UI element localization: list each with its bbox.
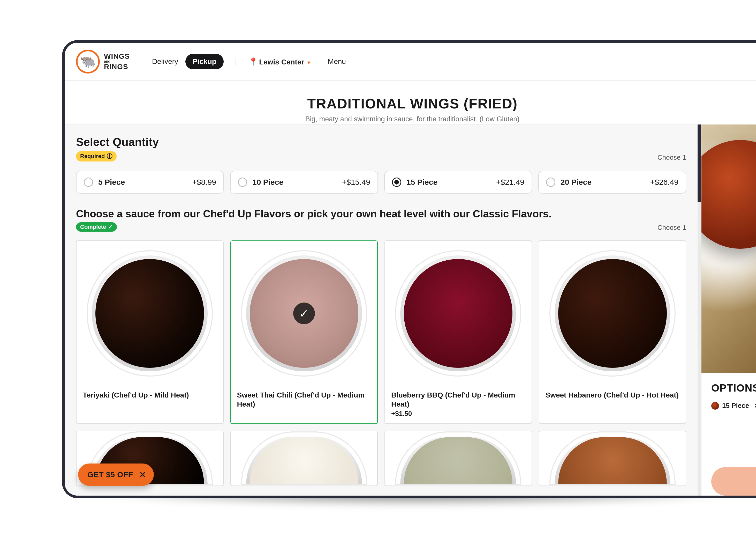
sauce-image (539, 431, 686, 486)
sauce-image (76, 241, 223, 386)
quantity-option-label: 10 Piece (252, 178, 283, 186)
sauce-name: Blueberry BBQ (Chef'd Up - Medium Heat) (391, 390, 525, 409)
brand-logo-text: WINGS and RINGS (104, 53, 130, 70)
sauce-section-head: Choose a sauce from our Chef'd Up Flavor… (76, 208, 686, 232)
quantity-options-row: 5 Piece +$8.99 10 Piece +$15.49 15 Piece… (76, 171, 686, 194)
sauce-card-sweet-habanero[interactable]: Sweet Habanero (Chef'd Up - Hot Heat) (539, 241, 686, 424)
sauce-name: Sweet Thai Chili (Chef'd Up - Medium Hea… (237, 390, 371, 409)
quantity-option-20[interactable]: 20 Piece +$26.49 (538, 171, 686, 194)
quantity-option-label: 20 Piece (561, 178, 592, 186)
order-sidebar: OPTIONS 15 Piece ✕ (701, 125, 756, 496)
sauce-card-teriyaki[interactable]: Teriyaki (Chef'd Up - Mild Heat) (76, 241, 223, 424)
sauce-grid: Teriyaki (Chef'd Up - Mild Heat) ✓ Sweet… (76, 241, 686, 424)
brand-logo[interactable]: 🐃 WINGS and RINGS (76, 50, 130, 73)
brand-line2: RINGS (104, 63, 130, 70)
sauce-card-sweet-thai-chili[interactable]: ✓ Sweet Thai Chili (Chef'd Up - Medium H… (230, 241, 378, 424)
required-badge: Required ⓘ (76, 151, 117, 161)
quantity-option-price: +$26.49 (650, 178, 679, 186)
location-pin-icon: 📍 (249, 58, 258, 66)
required-badge-label: Required (80, 153, 105, 160)
sauce-card[interactable] (230, 431, 378, 486)
sauce-price: +$1.50 (391, 410, 525, 418)
sidebar-body: OPTIONS 15 Piece ✕ (702, 373, 756, 411)
quantity-option-15[interactable]: 15 Piece +$21.49 (384, 171, 532, 194)
top-nav: 🐃 WINGS and RINGS Delivery Pickup | 📍 Le… (65, 43, 756, 81)
sauce-name: Teriyaki (Chef'd Up - Mild Heat) (83, 390, 217, 400)
brand-logo-badge: 🐃 (76, 50, 100, 73)
product-hero-image (702, 125, 756, 373)
complete-badge-label: Complete (80, 224, 106, 230)
promo-pill[interactable]: GET $5 OFF ✕ (78, 464, 154, 486)
sauce-section: Choose a sauce from our Chef'd Up Flavor… (76, 208, 686, 486)
quantity-option-label: 15 Piece (406, 178, 438, 186)
pickup-tab[interactable]: Pickup (185, 54, 223, 69)
sauce-grid-row2 (76, 431, 686, 486)
sauce-image (385, 241, 531, 386)
promo-label: GET $5 OFF (87, 470, 133, 479)
location-label: Lewis Center (259, 58, 304, 66)
sauce-choose-hint: Choose 1 (658, 224, 686, 232)
chip-label: 15 Piece (722, 402, 749, 410)
device-frame: 🐃 WINGS and RINGS Delivery Pickup | 📍 Le… (62, 40, 756, 498)
complete-badge: Complete ✓ (76, 222, 117, 232)
customization-panel: Select Quantity Required ⓘ Choose 1 5 Pi… (65, 125, 698, 496)
sauce-image (231, 431, 377, 486)
chevron-down-icon: ▾ (307, 59, 310, 66)
nav-separator: | (235, 57, 237, 66)
location-selector[interactable]: 📍 Lewis Center ▾ (249, 57, 310, 66)
chip-thumb-icon (711, 402, 719, 410)
fulfillment-toggle: Delivery Pickup (145, 54, 223, 69)
add-to-cart-button[interactable] (711, 467, 756, 496)
quantity-option-5[interactable]: 5 Piece +$8.99 (76, 171, 224, 194)
radio-icon (392, 178, 401, 187)
sauce-image: ✓ (231, 241, 377, 386)
chip-close-icon[interactable]: ✕ (754, 402, 756, 409)
selected-check-icon: ✓ (293, 303, 315, 324)
radio-icon (546, 178, 556, 187)
close-icon[interactable]: ✕ (139, 469, 146, 480)
sauce-card[interactable] (539, 431, 686, 486)
quantity-option-price: +$21.49 (496, 178, 524, 186)
sauce-card-blueberry-bbq[interactable]: Blueberry BBQ (Chef'd Up - Medium Heat) … (384, 241, 532, 424)
radio-icon (238, 178, 247, 187)
sauce-image (385, 431, 531, 486)
quantity-option-price: +$15.49 (342, 178, 370, 186)
content-scrollbar-thumb[interactable] (698, 125, 701, 202)
quantity-heading: Select Quantity (76, 136, 159, 149)
product-header: TRADITIONAL WINGS (FRIED) Big, meaty and… (65, 84, 756, 130)
quantity-option-label: 5 Piece (98, 178, 125, 186)
brand-line1: WINGS (104, 53, 130, 60)
quantity-choose-hint: Choose 1 (658, 154, 686, 161)
menu-link[interactable]: Menu (328, 58, 346, 66)
product-subtitle: Big, meaty and swimming in sauce, for th… (65, 115, 756, 123)
check-icon: ✓ (108, 224, 113, 230)
quantity-option-price: +$8.99 (192, 178, 216, 186)
quantity-section-head: Select Quantity Required ⓘ Choose 1 (76, 136, 686, 161)
sauce-card[interactable] (384, 431, 532, 486)
sauce-name: Sweet Habanero (Chef'd Up - Hot Heat) (546, 390, 680, 400)
info-icon: ⓘ (107, 152, 113, 160)
quantity-option-10[interactable]: 10 Piece +$15.49 (230, 171, 378, 194)
delivery-tab[interactable]: Delivery (145, 54, 185, 69)
selected-option-chip[interactable]: 15 Piece ✕ (711, 402, 756, 410)
sauce-heading: Choose a sauce from our Chef'd Up Flavor… (76, 208, 551, 220)
options-heading: OPTIONS (711, 382, 756, 394)
product-title: TRADITIONAL WINGS (FRIED) (65, 95, 756, 112)
radio-icon (84, 178, 93, 187)
sauce-image (539, 241, 686, 386)
